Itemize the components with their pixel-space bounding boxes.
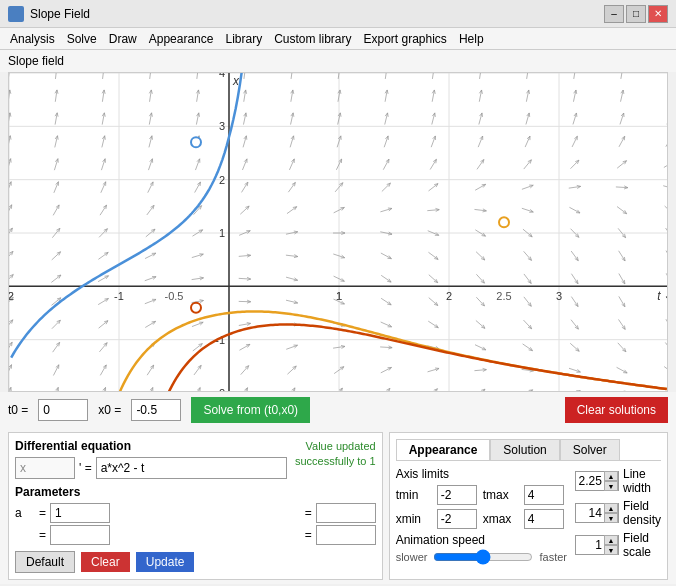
clear-button[interactable]: Clear [81, 552, 130, 572]
x0-label: x0 = [98, 403, 121, 417]
axis-limits: Axis limits tmin tmax xmin xmax Animatio… [396, 467, 567, 565]
x0-input[interactable] [131, 399, 181, 421]
field-density-label: Field density [623, 499, 661, 527]
field-density-spinners: ▲ ▼ [604, 503, 618, 523]
field-scale-input[interactable] [576, 538, 604, 552]
param-row-1: a = = [15, 503, 376, 523]
field-scale-label: Field scale [623, 531, 661, 559]
maximize-button[interactable]: □ [626, 5, 646, 23]
param-a-value2[interactable] [316, 503, 376, 523]
close-button[interactable]: ✕ [648, 5, 668, 23]
field-density-row: ▲ ▼ Field density [575, 499, 661, 527]
tabs: Appearance Solution Solver [396, 439, 661, 461]
xmax-label: xmax [483, 512, 518, 526]
field-scale-row: ▲ ▼ Field scale [575, 531, 661, 559]
derivative-label: ' = [79, 461, 92, 475]
slider-row: slower faster [396, 549, 567, 565]
tmax-label: tmax [483, 488, 518, 502]
app-icon [8, 6, 24, 22]
animation-slider[interactable] [433, 549, 533, 565]
menu-item-solve[interactable]: Solve [61, 30, 103, 48]
param-row-2: = = [15, 525, 376, 545]
t0-label: t0 = [8, 403, 28, 417]
solve-button[interactable]: Solve from (t0,x0) [191, 397, 310, 423]
xmin-label: xmin [396, 512, 431, 526]
menu-bar: AnalysisSolveDrawAppearanceLibraryCustom… [0, 28, 676, 50]
menu-item-custom-library[interactable]: Custom library [268, 30, 357, 48]
field-density-down[interactable]: ▼ [604, 513, 618, 523]
field-density-spinbox: ▲ ▼ [575, 503, 619, 523]
param-b-value2[interactable] [316, 525, 376, 545]
menu-item-library[interactable]: Library [219, 30, 268, 48]
field-density-up[interactable]: ▲ [604, 503, 618, 513]
params-title: Parameters [15, 485, 376, 499]
xmax-input[interactable] [524, 509, 564, 529]
field-scale-up[interactable]: ▲ [604, 535, 618, 545]
xmin-row: xmin xmax [396, 509, 567, 529]
anim-label: Animation speed [396, 533, 567, 547]
app-title: Slope Field [30, 7, 90, 21]
menu-item-help[interactable]: Help [453, 30, 490, 48]
line-width-spinners: ▲ ▼ [604, 471, 618, 491]
param-a-eq: = [39, 506, 46, 520]
field-density-input[interactable] [576, 506, 604, 520]
default-button[interactable]: Default [15, 551, 75, 573]
diff-eq-title: Differential equation [15, 439, 287, 453]
tmin-label: tmin [396, 488, 431, 502]
param-a-name: a [15, 506, 35, 520]
clear-solutions-button[interactable]: Clear solutions [565, 397, 668, 423]
tab-appearance[interactable]: Appearance [396, 439, 491, 460]
menu-item-appearance[interactable]: Appearance [143, 30, 220, 48]
line-width-up[interactable]: ▲ [604, 471, 618, 481]
field-scale-spinbox: ▲ ▼ [575, 535, 619, 555]
graph-area [8, 72, 668, 392]
field-scale-spinners: ▲ ▼ [604, 535, 618, 555]
line-width-down[interactable]: ▼ [604, 481, 618, 491]
tmin-input[interactable] [437, 485, 477, 505]
equation-row: ' = [15, 457, 287, 479]
bottom-panel: Differential equation ' = Value updateds… [0, 428, 676, 584]
param-b-eq: = [39, 528, 46, 542]
title-bar-controls: – □ ✕ [604, 5, 668, 23]
left-panel: Differential equation ' = Value updateds… [8, 432, 383, 580]
bottom-buttons: Default Clear Update [15, 551, 376, 573]
slower-label: slower [396, 551, 428, 563]
animation-speed-section: Animation speed slower faster [396, 533, 567, 565]
field-scale-down[interactable]: ▼ [604, 545, 618, 555]
menu-item-export-graphics[interactable]: Export graphics [358, 30, 453, 48]
xmin-input[interactable] [437, 509, 477, 529]
t0-input[interactable] [38, 399, 88, 421]
line-width-row: ▲ ▼ Line width [575, 467, 661, 495]
parameters-section: Parameters a = = = = [15, 485, 376, 545]
line-width-input[interactable] [576, 474, 604, 488]
tab-solver[interactable]: Solver [560, 439, 620, 460]
right-panel: Appearance Solution Solver Axis limits t… [389, 432, 668, 580]
var-name-input[interactable] [15, 457, 75, 479]
param-a-value[interactable] [50, 503, 110, 523]
right-controls: ▲ ▼ Line width ▲ ▼ Field density [575, 467, 661, 565]
faster-label: faster [539, 551, 567, 563]
update-button[interactable]: Update [136, 552, 195, 572]
menu-item-draw[interactable]: Draw [103, 30, 143, 48]
tmin-row: tmin tmax [396, 485, 567, 505]
axis-limits-title: Axis limits [396, 467, 567, 481]
minimize-button[interactable]: – [604, 5, 624, 23]
line-width-spinbox: ▲ ▼ [575, 471, 619, 491]
graph-section-label: Slope field [0, 50, 676, 72]
tab-solution[interactable]: Solution [490, 439, 559, 460]
solve-bar: t0 = x0 = Solve from (t0,x0) Clear solut… [0, 392, 676, 428]
equation-input[interactable] [96, 457, 287, 479]
line-width-label: Line width [623, 467, 661, 495]
title-bar-left: Slope Field [8, 6, 90, 22]
value-updated-msg: Value updatedsuccessfully to 1 [295, 439, 376, 470]
menu-item-analysis[interactable]: Analysis [4, 30, 61, 48]
param-b-value[interactable] [50, 525, 110, 545]
title-bar: Slope Field – □ ✕ [0, 0, 676, 28]
tmax-input[interactable] [524, 485, 564, 505]
